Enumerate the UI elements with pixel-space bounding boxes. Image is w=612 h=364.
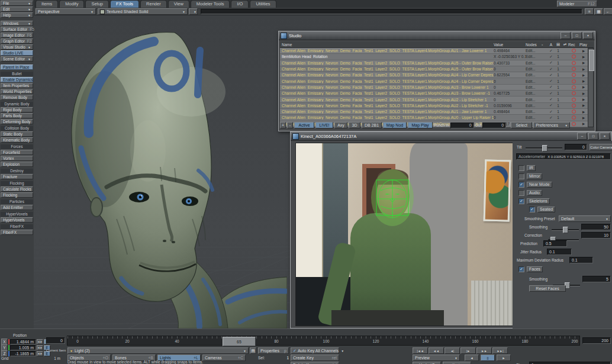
skeletons-toggle[interactable]: ✓ Skeletons [518,198,550,204]
play-icon[interactable]: ▶ [579,61,588,65]
pan-icon[interactable]: ← [604,8,612,15]
play-icon[interactable]: ▶ [579,110,588,114]
preview-dropdown[interactable]: Preview [413,355,460,361]
play-backward-icon[interactable]: ◄ [465,355,479,361]
sidebar-item-fracture[interactable]: Fracture [1,174,33,179]
menu-icon[interactable]: ≡ [585,8,594,15]
active-check-icon[interactable]: ✓ [547,97,555,102]
active-check-icon[interactable]: ✓ [547,73,555,78]
sidebar-item-windows[interactable]: Windows [1,21,33,26]
frame-start-field[interactable]: 0 [46,337,65,344]
modeler-button[interactable]: Modeler F12 [557,1,597,7]
live-button[interactable]: LIVE! [315,122,333,128]
next-frame-icon[interactable]: |► [460,347,476,354]
checkbox-icon[interactable] [518,190,524,196]
sidebar-item-studio-live[interactable]: Studio LIVE [1,50,33,56]
create-key-button[interactable]: Create Key ret [291,355,339,361]
sidebar-item-static-body[interactable]: Static Body [1,131,33,137]
max-deviation-field[interactable]: 0.1 [569,257,593,263]
nodes-edit-button[interactable]: Edit... [526,115,542,120]
sidebar-item-forcefield[interactable]: Forcefield [1,150,33,155]
sidebar-item-parts-body[interactable]: Parts Body [1,113,33,118]
sidebar-item-parent-in-place[interactable]: Parent In Place [1,65,33,70]
next-keyframe-icon[interactable]: ►► [476,347,492,354]
play-icon[interactable]: ▶ [579,73,588,77]
tab-modeler-tools[interactable]: Modeler Tools [191,0,230,8]
cameras-button[interactable]: Cameras+C [202,355,246,361]
3d-button[interactable]: 3D [349,122,360,128]
preferences-dropdown[interactable]: Preferences [533,122,570,128]
audio-toggle[interactable]: Audio [518,190,542,196]
sidebar-item-add-emitter[interactable]: Add Emitter [1,205,33,210]
sidebar-item-rigid-body[interactable]: Rigid Body [1,107,33,112]
sidebar-item-hypervoxels[interactable]: HyperVoxels [1,217,33,223]
tab-modify[interactable]: Modify [59,0,84,8]
sidebar-item-remove-body[interactable]: Remove Body [1,95,33,100]
channel-row[interactable]: Channel Alien_Emissary_Nevron_Demo_Facia… [280,115,588,121]
channel-row[interactable]: Channel Alien_Emissary_Nevron_Demo_Facia… [280,91,588,96]
active-check-icon[interactable]: ✓ [547,79,555,83]
active-check-icon[interactable]: ✓ [547,67,555,72]
play-icon[interactable]: ▶ [579,92,588,95]
checkbox-icon[interactable] [518,173,524,179]
position-z-field[interactable]: -1.1865 m [10,351,36,356]
sidebar-item-world-properties[interactable]: World Properties [1,89,33,94]
play-icon[interactable]: ▶ [579,55,588,59]
tab-view[interactable]: View [168,0,189,8]
checkbox-checked-icon[interactable]: ✓ [518,198,524,204]
nodes-edit-button[interactable]: Edit... [526,73,542,77]
play-icon[interactable]: ▶ [579,85,588,89]
smoothing-field[interactable]: 50 [581,224,611,230]
record-icon[interactable] [568,67,579,71]
sidebar-item-scene-editor[interactable]: Scene Editor [1,56,33,62]
map-nod-button[interactable]: Map Nod [383,122,407,128]
tab-fx-tools[interactable]: FX Tools [110,0,139,8]
scrollbar[interactable] [588,48,594,127]
out-field[interactable]: 0 [482,123,506,128]
channel-row[interactable]: Channel Alien_Emissary_Nevron_Demo_Facia… [280,48,588,54]
select-button[interactable]: Select [511,122,532,128]
sidebar-item-flocking[interactable]: Flocking [1,192,33,198]
sidebar-item-deforming-body[interactable]: Deforming Body [1,119,33,124]
active-button[interactable]: Active [294,122,314,128]
checkbox-checked-icon[interactable]: ✓ [518,182,524,188]
kinect-titlebar[interactable]: Kinect_A00366A06472137A – □ × [291,132,611,141]
checkbox-icon[interactable] [518,165,524,171]
reset-faces-button[interactable]: Reset Faces [529,285,566,292]
active-check-icon[interactable]: ✓ [547,85,555,89]
seated-toggle[interactable]: ✓ Seated [529,207,555,212]
channel-row[interactable]: Channel Alien_Emissary_Nevron_Demo_Facia… [280,96,588,102]
go-first-frame-icon[interactable]: |◄◄ [413,347,428,354]
active-check-icon[interactable]: ✓ [547,60,555,65]
nodes-edit-button[interactable]: Edit... [526,79,542,83]
nodes-edit-button[interactable]: Edit... [526,67,542,71]
channel-row[interactable]: Channel Alien_Emissary_Nevron_Demo_Facia… [280,78,588,84]
smoothing-preset-dropdown[interactable]: Default [559,215,611,222]
record-icon[interactable] [568,91,579,95]
record-icon[interactable] [568,85,579,89]
nodes-edit-button[interactable]: Edit... [526,91,542,95]
sidebar-item-calculate-flocks[interactable]: Calculate Flocks [1,186,33,192]
remove-button[interactable]: - [287,122,293,128]
nodes-edit-button[interactable]: Edit... [526,61,542,65]
channel-row[interactable]: Channel Alien_Emissary_Nevron_Demo_Facia… [280,60,588,66]
mirror-toggle[interactable]: Mirror [518,173,542,179]
tab-items[interactable]: Items [36,0,58,8]
channel-row[interactable]: Channel Alien_Emissary_Nevron_Demo_Facia… [280,66,588,72]
maximize-icon[interactable]: □ [572,32,582,39]
undo-button[interactable]: Undo ^Z [413,362,441,364]
channel-row[interactable]: ItemMotion Head_RotationX -0.0250363 Y 0… [280,54,588,60]
layout-grid-icon[interactable]: ▦ [594,8,603,15]
frame-end-field[interactable]: 200 [582,337,611,344]
map-play-button[interactable]: Map Play [408,122,433,128]
sidebar-item-edit[interactable]: Edit [1,7,33,12]
play-icon[interactable]: ▶ [579,98,588,101]
close-icon[interactable]: × [583,32,593,39]
sidebar-item-image-editor[interactable]: Image EditorF6 [1,33,33,38]
tab-render[interactable]: Render [140,0,167,8]
faces-toggle[interactable]: ✓ Faces [518,266,543,272]
tilt-slider[interactable] [526,147,562,149]
step-field[interactable]: 1 [529,362,611,364]
sidebar-item-explosion[interactable]: Explosion [1,162,33,167]
play-forward-icon[interactable]: ► [497,355,511,361]
